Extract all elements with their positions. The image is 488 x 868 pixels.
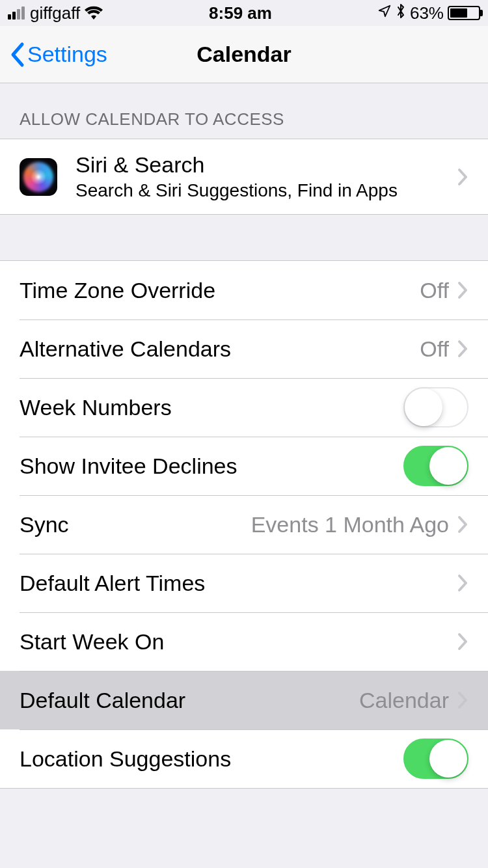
row-start-week-on[interactable]: Start Week On bbox=[0, 612, 488, 671]
toggle-week-numbers[interactable] bbox=[403, 387, 468, 427]
chevron-right-icon bbox=[457, 632, 468, 651]
row-time-zone-override[interactable]: Time Zone Override Off bbox=[0, 261, 488, 319]
chevron-right-icon bbox=[457, 339, 468, 359]
label-location-suggestions: Location Suggestions bbox=[20, 746, 231, 772]
label-default-alert-times: Default Alert Times bbox=[20, 571, 205, 596]
value-sync: Events 1 Month Ago bbox=[251, 512, 449, 537]
battery-percentage: 63% bbox=[410, 3, 444, 23]
row-sync[interactable]: Sync Events 1 Month Ago bbox=[0, 495, 488, 554]
bluetooth-icon bbox=[396, 3, 406, 23]
navigation-bar: Settings Calendar bbox=[0, 26, 488, 83]
chevron-right-icon bbox=[457, 280, 468, 300]
siri-icon bbox=[20, 158, 57, 196]
cellular-signal-icon bbox=[8, 7, 25, 20]
section-header-access: ALLOW CALENDAR TO ACCESS bbox=[0, 83, 488, 139]
row-default-calendar[interactable]: Default Calendar Calendar bbox=[0, 671, 488, 729]
status-time: 8:59 am bbox=[209, 3, 272, 23]
back-label: Settings bbox=[27, 42, 107, 67]
label-week-numbers: Week Numbers bbox=[20, 395, 172, 420]
label-sync: Sync bbox=[20, 512, 69, 537]
chevron-right-icon bbox=[457, 690, 468, 710]
label-show-invitee-declines: Show Invitee Declines bbox=[20, 454, 237, 479]
status-bar: giffgaff 8:59 am 63% bbox=[0, 0, 488, 26]
carrier-label: giffgaff bbox=[30, 3, 80, 23]
label-start-week-on: Start Week On bbox=[20, 629, 164, 655]
group-access: Siri & Search Search & Siri Suggestions,… bbox=[0, 139, 488, 215]
value-alternative-calendars: Off bbox=[420, 336, 449, 362]
row-location-suggestions: Location Suggestions bbox=[0, 729, 488, 788]
row-default-alert-times[interactable]: Default Alert Times bbox=[0, 554, 488, 612]
back-button[interactable]: Settings bbox=[9, 42, 107, 68]
chevron-right-icon bbox=[457, 573, 468, 593]
row-show-invitee-declines: Show Invitee Declines bbox=[0, 437, 488, 495]
wifi-icon bbox=[84, 6, 103, 20]
label-time-zone-override: Time Zone Override bbox=[20, 278, 215, 303]
page-title: Calendar bbox=[197, 42, 291, 67]
status-left: giffgaff bbox=[8, 3, 103, 23]
row-alternative-calendars[interactable]: Alternative Calendars Off bbox=[0, 319, 488, 378]
toggle-show-invitee-declines[interactable] bbox=[403, 446, 468, 486]
value-default-calendar: Calendar bbox=[359, 688, 449, 713]
value-time-zone-override: Off bbox=[420, 278, 449, 303]
chevron-right-icon bbox=[457, 515, 468, 534]
status-right: 63% bbox=[377, 3, 480, 23]
siri-title: Siri & Search bbox=[75, 152, 398, 178]
row-siri-and-search[interactable]: Siri & Search Search & Siri Suggestions,… bbox=[0, 139, 488, 214]
siri-subtitle: Search & Siri Suggestions, Find in Apps bbox=[75, 180, 398, 201]
location-icon bbox=[377, 4, 392, 22]
label-alternative-calendars: Alternative Calendars bbox=[20, 336, 231, 362]
row-week-numbers: Week Numbers bbox=[0, 378, 488, 437]
toggle-location-suggestions[interactable] bbox=[403, 739, 468, 779]
battery-icon bbox=[448, 6, 480, 20]
label-default-calendar: Default Calendar bbox=[20, 688, 185, 713]
group-calendar-settings: Time Zone Override Off Alternative Calen… bbox=[0, 260, 488, 789]
chevron-left-icon bbox=[9, 42, 25, 68]
chevron-right-icon bbox=[457, 167, 468, 187]
